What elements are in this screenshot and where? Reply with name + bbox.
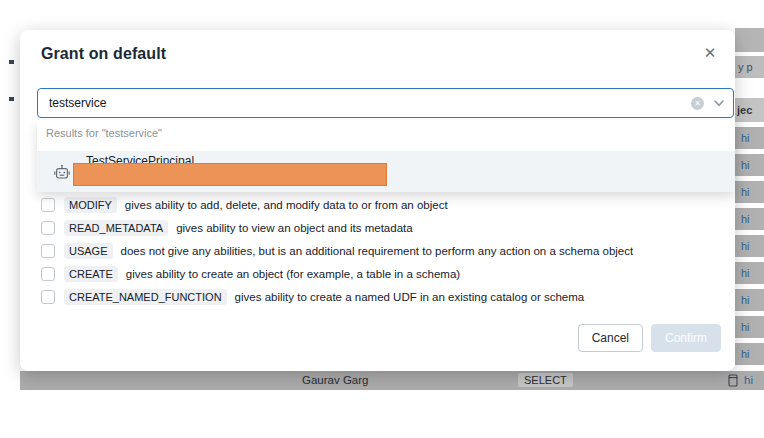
chevron-down-icon[interactable]	[714, 100, 724, 107]
background-text-fragment: y p	[735, 56, 764, 78]
privilege-name: CREATE	[64, 266, 118, 282]
privilege-description: gives ability to create an object (for e…	[126, 268, 460, 280]
principal-search-box: ✕	[37, 88, 734, 118]
background-object-link: hi	[735, 235, 764, 257]
result-item-testserviceprincipal[interactable]: TestServicePrincipal	[37, 151, 735, 192]
principal-search-input[interactable]	[38, 89, 733, 117]
privilege-name: CREATE_NAMED_FUNCTION	[64, 289, 227, 305]
background-table-strip	[735, 28, 764, 52]
privilege-description: gives ability to view an object and its …	[176, 222, 413, 234]
dialog-title: Grant on default	[41, 45, 166, 63]
background-object-link: hi	[735, 154, 764, 176]
background-privilege-badge: SELECT	[518, 373, 573, 387]
close-icon[interactable]: ✕	[700, 43, 720, 63]
create-checkbox[interactable]	[41, 267, 55, 281]
privilege-description: does not give any abilities, but is an a…	[121, 245, 634, 257]
privilege-row-usage: USAGE does not give any abilities, but i…	[20, 239, 735, 262]
create-named-function-checkbox[interactable]	[41, 290, 55, 304]
privilege-row-create: CREATE gives ability to create an object…	[20, 262, 735, 285]
usage-checkbox[interactable]	[41, 244, 55, 258]
privilege-name: READ_METADATA	[64, 220, 168, 236]
background-object-link: hi	[744, 374, 753, 386]
privilege-name: USAGE	[64, 243, 113, 259]
cancel-button[interactable]: Cancel	[578, 324, 643, 352]
dialog-footer: Cancel Confirm	[578, 324, 721, 352]
privilege-description: gives ability to add, delete, and modify…	[125, 199, 448, 211]
background-object-link: hi	[735, 289, 764, 311]
background-text-fragment	[9, 97, 14, 101]
background-object-link: hi	[735, 181, 764, 203]
read-metadata-checkbox[interactable]	[41, 221, 55, 235]
redacted-principal-id	[73, 163, 387, 186]
background-text-fragment	[9, 60, 14, 64]
copy-icon[interactable]	[728, 374, 739, 387]
background-object-link: hi	[735, 262, 764, 284]
background-object-link: hi	[735, 208, 764, 230]
results-label: Results for "testservice"	[46, 127, 162, 139]
background-object-column-header: jec	[735, 98, 764, 122]
confirm-button[interactable]: Confirm	[651, 324, 721, 352]
privilege-description: gives ability to create a named UDF in a…	[235, 291, 585, 303]
background-table-row: Gaurav Garg SELECT hi	[20, 371, 764, 390]
privilege-row-read-metadata: READ_METADATA gives ability to view an o…	[20, 216, 735, 239]
service-principal-robot-icon	[54, 164, 70, 180]
background-object-link: hi	[735, 316, 764, 338]
privilege-list: MODIFY gives ability to add, delete, and…	[20, 193, 735, 308]
privilege-name: MODIFY	[64, 197, 117, 213]
background-principal-cell: Gaurav Garg	[302, 374, 368, 386]
search-results-dropdown: Results for "testservice" TestServicePri…	[37, 120, 735, 192]
modify-checkbox[interactable]	[41, 198, 55, 212]
grant-dialog: Grant on default ✕ ✕ Results for "testse…	[20, 30, 735, 371]
background-object-link: hi	[735, 127, 764, 149]
background-object-link: hi	[735, 343, 764, 365]
clear-input-icon[interactable]: ✕	[691, 97, 704, 110]
privilege-row-modify: MODIFY gives ability to add, delete, and…	[20, 193, 735, 216]
privilege-row-create-named-function: CREATE_NAMED_FUNCTION gives ability to c…	[20, 285, 735, 308]
